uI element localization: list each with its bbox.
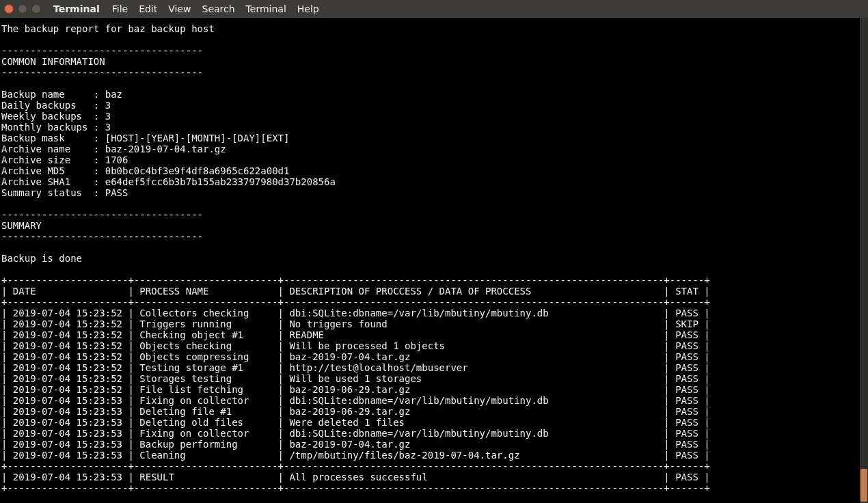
menu-terminal[interactable]: Terminal	[246, 3, 286, 14]
scrollbar[interactable]	[860, 18, 868, 503]
menu-search[interactable]: Search	[202, 3, 235, 14]
terminal-output[interactable]: The backup report for baz backup host --…	[0, 18, 868, 503]
window-minimize-icon[interactable]	[18, 4, 27, 14]
menubar: File Edit View Search Terminal Help	[112, 3, 319, 14]
menu-edit[interactable]: Edit	[139, 3, 157, 14]
window-close-icon[interactable]	[4, 4, 14, 14]
menu-help[interactable]: Help	[297, 3, 319, 14]
scrollbar-thumb[interactable]	[860, 469, 867, 502]
app-name: Terminal	[53, 3, 100, 14]
terminal-text: The backup report for baz backup host --…	[1, 23, 710, 493]
menu-view[interactable]: View	[168, 3, 191, 14]
window-titlebar: Terminal File Edit View Search Terminal …	[0, 0, 868, 18]
window-maximize-icon[interactable]	[31, 4, 41, 14]
menu-file[interactable]: File	[112, 3, 128, 14]
